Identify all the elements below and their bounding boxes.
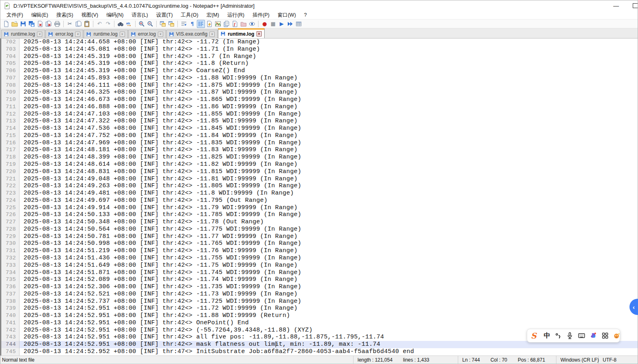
line-number[interactable]: 731 — [1, 247, 19, 255]
doc-list-icon[interactable] — [222, 20, 231, 28]
log-line-text[interactable]: 2025-08-13 14:24:47.752 +08:00 [INF] thr… — [19, 132, 638, 139]
line-number[interactable]: 745 — [1, 348, 19, 355]
line-number[interactable]: 721 — [1, 176, 19, 183]
line-number[interactable]: 738 — [1, 298, 19, 305]
log-line-text[interactable]: 2025-08-13 14:24:48.831 +08:00 [INF] thr… — [19, 168, 638, 176]
monitoring-eye-icon[interactable] — [248, 20, 256, 28]
log-line-text[interactable]: 2025-08-13 14:24:48.614 +08:00 [INF] thr… — [19, 161, 638, 168]
close-tab-button[interactable]: × — [37, 32, 42, 37]
close-tab-button[interactable]: × — [120, 32, 125, 37]
line-number[interactable]: 736 — [1, 283, 19, 291]
close-tab-button[interactable]: × — [75, 32, 80, 37]
line-number[interactable]: 742 — [1, 327, 19, 334]
menu-item-9[interactable]: 运行(R) — [224, 11, 248, 19]
log-line-text[interactable]: 2025-08-13 14:24:51.219 +08:00 [INF] thr… — [19, 247, 638, 255]
line-number[interactable]: 744 — [1, 341, 19, 348]
log-line-text[interactable]: 2025-08-13 14:24:45.081 +08:00 [INF] thr… — [19, 46, 638, 53]
menu-item-10[interactable]: 插件(P) — [249, 11, 273, 19]
tab-error.log[interactable]: error.log× — [45, 30, 83, 38]
line-number[interactable]: 741 — [1, 319, 19, 327]
sync-horizontal-icon[interactable] — [167, 20, 175, 28]
find-icon[interactable] — [116, 20, 125, 28]
menu-item-2[interactable]: 搜索(S) — [53, 11, 77, 19]
line-number[interactable]: 724 — [1, 197, 19, 204]
log-line-text[interactable]: 2025-08-13 14:24:46.111 +08:00 [INF] thr… — [19, 82, 638, 89]
macro-run-multiple-icon[interactable] — [286, 20, 294, 28]
macro-play-icon[interactable]: ▶ — [278, 20, 286, 28]
log-line-text[interactable]: 2025-08-13 14:24:51.871 +08:00 [INF] thr… — [19, 269, 638, 276]
log-line-text[interactable]: 2025-08-13 14:24:49.263 +08:00 [INF] thr… — [19, 182, 638, 190]
line-number[interactable]: 719 — [1, 161, 19, 168]
menu-item-7[interactable]: 工具(O) — [177, 11, 202, 19]
macro-stop-icon[interactable]: ■ — [269, 20, 277, 28]
menu-item-12[interactable]: ? — [300, 11, 310, 19]
log-line-text[interactable]: 2025-08-13 14:24:51.649 +08:00 [INF] thr… — [19, 262, 638, 269]
doc-switcher-icon[interactable] — [205, 20, 213, 28]
log-line-text[interactable]: 2025-08-13 14:24:45.319 +08:00 [INF] thr… — [19, 67, 638, 75]
ime-language-mode-button[interactable]: 中 — [544, 332, 550, 340]
log-line-text[interactable]: 2025-08-13 14:24:47.103 +08:00 [INF] thr… — [19, 111, 638, 118]
log-line-text[interactable]: 2025-08-13 14:24:49.481 +08:00 [INF] thr… — [19, 190, 638, 197]
log-line-text[interactable]: 2025-08-13 14:24:52.737 +08:00 [INF] thr… — [19, 298, 638, 305]
show-all-chars-icon[interactable]: ¶ — [188, 20, 196, 28]
line-number[interactable]: 713 — [1, 118, 19, 125]
word-wrap-icon[interactable] — [180, 20, 188, 28]
line-number[interactable]: 707 — [1, 75, 19, 82]
new-file-icon[interactable] — [2, 20, 10, 28]
tab-runtime.log[interactable]: runtime.log× — [84, 30, 127, 38]
line-number[interactable]: 733 — [1, 262, 19, 269]
line-number[interactable]: 712 — [1, 111, 19, 118]
line-number[interactable]: 723 — [1, 190, 19, 197]
line-number[interactable]: 702 — [1, 39, 19, 46]
line-number[interactable]: 715 — [1, 132, 19, 139]
minimize-button[interactable]: — — [610, 2, 622, 9]
line-number[interactable]: 704 — [1, 53, 19, 60]
log-line-text[interactable]: 2025-08-13 14:24:52.952 +08:00 [INF] thr… — [19, 348, 638, 355]
replace-icon[interactable] — [125, 20, 133, 28]
skin-paint-icon[interactable] — [589, 332, 597, 340]
line-number[interactable]: 708 — [1, 82, 19, 89]
menu-item-1[interactable]: 编辑(E) — [28, 11, 52, 19]
line-number[interactable]: 729 — [1, 233, 19, 240]
line-number[interactable]: 710 — [1, 96, 19, 103]
line-number[interactable]: 728 — [1, 226, 19, 233]
punctuation-icon[interactable] — [554, 332, 562, 340]
zoom-out-icon[interactable] — [146, 20, 154, 28]
log-line-text[interactable]: 2025-08-13 14:24:46.325 +08:00 [INF] thr… — [19, 89, 638, 96]
log-line-text[interactable]: 2025-08-13 14:24:50.348 +08:00 [INF] thr… — [19, 218, 638, 226]
log-line-text[interactable]: 2025-08-13 14:24:47.322 +08:00 [INF] thr… — [19, 118, 638, 125]
menu-item-11[interactable]: 窗口(W) — [274, 11, 300, 19]
close-tab-button[interactable]: × — [256, 31, 262, 36]
line-number[interactable]: 720 — [1, 168, 19, 176]
line-number[interactable]: 740 — [1, 312, 19, 319]
redo-icon[interactable]: ↷ — [104, 20, 112, 28]
print-icon[interactable] — [53, 20, 61, 28]
log-line-text[interactable]: 2025-08-13 14:24:49.914 +08:00 [INF] thr… — [19, 204, 638, 212]
log-line-text[interactable]: 2025-08-13 14:24:47.969 +08:00 [INF] thr… — [19, 139, 638, 147]
log-line-text[interactable]: 2025-08-13 14:24:45.893 +08:00 [INF] thr… — [19, 75, 638, 82]
line-number[interactable]: 709 — [1, 89, 19, 96]
editor-area[interactable]: 7022025-08-13 14:24:44.658 +08:00 [INF] … — [0, 39, 638, 355]
cut-icon[interactable]: ✂ — [66, 20, 74, 28]
line-number[interactable]: 714 — [1, 125, 19, 132]
close-icon[interactable] — [36, 20, 44, 28]
log-line-text[interactable]: 2025-08-13 14:24:48.399 +08:00 [INF] thr… — [19, 154, 638, 161]
line-number[interactable]: 705 — [1, 60, 19, 67]
log-line-text[interactable]: 2025-08-13 14:24:49.697 +08:00 [INF] thr… — [19, 197, 638, 204]
line-number[interactable]: 711 — [1, 103, 19, 111]
menu-item-8[interactable]: 宏(M) — [203, 11, 223, 19]
menu-item-0[interactable]: 文件(F) — [3, 11, 27, 19]
line-number[interactable]: 716 — [1, 139, 19, 147]
log-line-text[interactable]: 2025-08-13 14:24:45.319 +08:00 [INF] thr… — [19, 53, 638, 60]
line-number[interactable]: 706 — [1, 67, 19, 75]
tab-runtime.log[interactable]: runtime.log× — [1, 30, 45, 38]
menu-item-5[interactable]: 语言(L) — [128, 11, 151, 19]
macro-record-icon[interactable]: ● — [261, 20, 269, 28]
log-line-text[interactable]: 2025-08-13 14:24:50.998 +08:00 [INF] thr… — [19, 240, 638, 247]
log-line-text[interactable]: 2025-08-13 14:24:50.133 +08:00 [INF] thr… — [19, 211, 638, 218]
menu-item-4[interactable]: 编码(N) — [103, 11, 127, 19]
line-number[interactable]: 725 — [1, 204, 19, 212]
log-line-text[interactable]: 2025-08-13 14:24:52.521 +08:00 [INF] thr… — [19, 291, 638, 298]
log-line-text[interactable]: 2025-08-13 14:24:47.536 +08:00 [INF] thr… — [19, 125, 638, 132]
menu-item-3[interactable]: 视图(V) — [78, 11, 102, 19]
